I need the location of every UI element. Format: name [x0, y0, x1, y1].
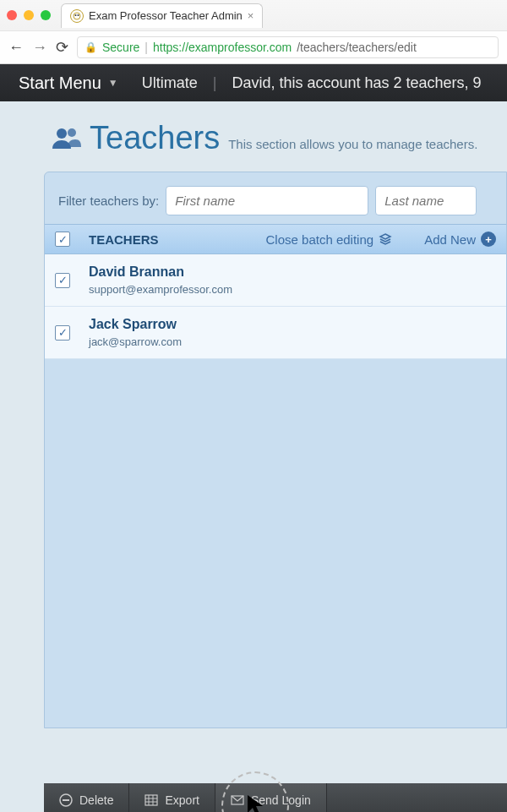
teacher-name: Jack Sparrow [89, 317, 182, 332]
filter-label: Filter teachers by: [58, 193, 159, 208]
row-checkbox[interactable]: ✓ [55, 325, 70, 341]
select-all-checkbox[interactable]: ✓ [55, 232, 70, 247]
plan-label[interactable]: Ultimate [142, 74, 198, 92]
chevron-down-icon: ▼ [108, 77, 118, 89]
svg-rect-6 [63, 799, 69, 801]
browser-tab[interactable]: Exam Professor Teacher Admin × [61, 3, 263, 28]
svg-point-3 [57, 128, 67, 139]
filter-row: Filter teachers by: [45, 177, 506, 224]
send-login-button[interactable]: Send Login [215, 783, 327, 812]
page-title: Teachers [90, 120, 220, 156]
tab-close-icon[interactable]: × [248, 9, 254, 22]
tab-bar: Exam Professor Teacher Admin × [0, 0, 507, 30]
minus-circle-icon [59, 793, 73, 807]
people-icon [51, 123, 81, 157]
window-controls[interactable] [7, 10, 51, 20]
favicon-icon [70, 9, 84, 23]
url-host: https://examprofessor.com [153, 41, 292, 54]
plus-circle-icon: + [481, 232, 496, 247]
last-name-input[interactable] [375, 186, 477, 215]
start-menu-label: Start Menu [19, 74, 101, 93]
secure-label: Secure [102, 41, 139, 54]
column-title: TEACHERS [89, 232, 159, 247]
browser-chrome: Exam Professor Teacher Admin × ← → ⟳ 🔒 S… [0, 0, 507, 64]
add-new-button[interactable]: Add New + [424, 232, 496, 247]
teacher-email: jack@sparrow.com [89, 335, 182, 348]
lock-icon: 🔒 [84, 41, 97, 53]
svg-point-1 [75, 14, 77, 16]
teacher-email: support@examprofessor.com [89, 283, 232, 296]
delete-label: Delete [79, 793, 113, 807]
teacher-list: ✓ David Brannan support@examprofessor.co… [45, 254, 506, 728]
teacher-row[interactable]: ✓ Jack Sparrow jack@sparrow.com [45, 307, 506, 359]
url-path: /teachers/teachers/edit [297, 41, 417, 54]
close-batch-button[interactable]: Close batch editing [266, 232, 393, 247]
svg-point-0 [74, 13, 80, 19]
footer-action-bar: Delete Export Send Login [44, 783, 507, 812]
send-login-label: Send Login [251, 793, 311, 807]
address-bar[interactable]: 🔒 Secure | https://examprofessor.com/tea… [77, 36, 499, 58]
teacher-row[interactable]: ✓ David Brannan support@examprofessor.co… [45, 254, 506, 307]
mail-icon [231, 793, 244, 807]
forward-button[interactable]: → [32, 39, 47, 57]
svg-point-4 [68, 128, 76, 137]
reload-button[interactable]: ⟳ [56, 38, 68, 57]
row-checkbox[interactable]: ✓ [55, 273, 70, 288]
page-body: Teachers This section allows you to mana… [0, 101, 507, 812]
delete-button[interactable]: Delete [44, 783, 129, 812]
export-button[interactable]: Export [129, 783, 215, 812]
first-name-input[interactable] [166, 186, 368, 215]
address-row: ← → ⟳ 🔒 Secure | https://examprofessor.c… [0, 30, 507, 63]
tab-title: Exam Professor Teacher Admin [89, 9, 243, 22]
separator: | [213, 74, 217, 92]
minimize-window-icon[interactable] [24, 10, 34, 20]
page-subtitle: This section allows you to manage teache… [228, 137, 477, 151]
svg-point-2 [78, 14, 79, 16]
table-header: ✓ TEACHERS Close batch editing Add New + [45, 224, 506, 254]
add-new-label: Add New [424, 232, 476, 247]
app-top-bar: Start Menu ▼ Ultimate | David, this acco… [0, 64, 507, 101]
close-batch-label: Close batch editing [266, 232, 374, 247]
grid-icon [144, 793, 158, 807]
start-menu-button[interactable]: Start Menu ▼ [10, 68, 127, 98]
svg-rect-7 [145, 795, 157, 805]
export-label: Export [165, 793, 199, 807]
maximize-window-icon[interactable] [41, 10, 51, 20]
account-notice: David, this account has 2 teachers, 9 [232, 74, 481, 92]
back-button[interactable]: ← [8, 39, 24, 57]
teachers-panel: Filter teachers by: ✓ TEACHERS Close bat… [44, 172, 507, 728]
layers-icon [379, 232, 392, 246]
close-window-icon[interactable] [7, 10, 17, 20]
teacher-name: David Brannan [89, 264, 232, 280]
section-header: Teachers This section allows you to mana… [0, 118, 507, 172]
